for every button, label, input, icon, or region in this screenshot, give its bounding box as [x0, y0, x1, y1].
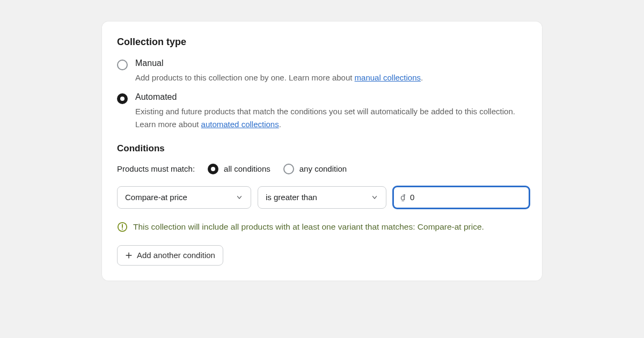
condition-info-text: This collection will include all product… — [133, 221, 484, 233]
add-condition-button[interactable]: Add another condition — [117, 245, 223, 266]
condition-info-banner: This collection will include all product… — [117, 221, 527, 233]
radio-manual-description: Add products to this collection one by o… — [135, 71, 527, 84]
radio-manual-label[interactable]: Manual — [135, 58, 527, 68]
radio-automated-label[interactable]: Automated — [135, 92, 527, 102]
condition-value-input[interactable] — [410, 193, 529, 202]
match-all-option[interactable]: all conditions — [208, 164, 270, 174]
radio-manual[interactable] — [117, 60, 128, 70]
automated-collections-link[interactable]: automated collections — [201, 120, 279, 129]
chevron-down-icon — [236, 194, 243, 201]
svg-point-2 — [122, 229, 123, 230]
collection-type-title: Collection type — [117, 36, 527, 48]
condition-field-select[interactable]: Compare-at price — [117, 186, 251, 209]
conditions-title: Conditions — [117, 143, 527, 154]
radio-automated[interactable] — [117, 93, 128, 104]
condition-operator-value: is greater than — [266, 193, 317, 202]
radio-option-manual: Manual Add products to this collection o… — [117, 58, 527, 84]
radio-automated-description: Existing and future products that match … — [135, 105, 527, 130]
plus-icon — [125, 252, 133, 259]
condition-rule-row: Compare-at price is greater than ₫ — [117, 186, 527, 209]
radio-option-automated: Automated Existing and future products t… — [117, 92, 527, 130]
collection-type-radio-group: Manual Add products to this collection o… — [117, 58, 527, 130]
info-circle-icon — [117, 222, 128, 232]
match-any-label: any condition — [299, 164, 347, 173]
add-condition-label: Add another condition — [137, 251, 215, 260]
condition-value-field[interactable]: ₫ — [393, 186, 530, 209]
condition-operator-select[interactable]: is greater than — [258, 186, 386, 209]
chevron-down-icon — [371, 194, 378, 201]
match-label: Products must match: — [117, 164, 195, 173]
collection-type-card: Collection type Manual Add products to t… — [102, 21, 542, 281]
radio-any-condition[interactable] — [283, 164, 294, 174]
condition-field-value: Compare-at price — [125, 193, 187, 202]
match-all-label: all conditions — [224, 164, 270, 173]
manual-collections-link[interactable]: manual collections — [355, 73, 421, 82]
currency-prefix: ₫ — [394, 193, 410, 202]
radio-all-conditions[interactable] — [208, 164, 218, 174]
match-row: Products must match: all conditions any … — [117, 164, 527, 174]
match-any-option[interactable]: any condition — [283, 164, 347, 174]
